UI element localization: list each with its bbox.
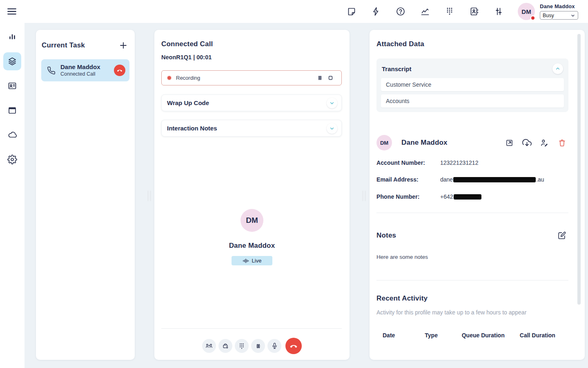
task-card[interactable]: Dane Maddox Connected Call [41, 59, 129, 81]
notes-title: Notes [376, 231, 396, 240]
busy-status-dot [530, 16, 535, 20]
user-avatar[interactable]: DM [518, 3, 535, 20]
transcript-section: Transcript Customer Service Accounts [376, 58, 568, 112]
recent-activity-subtitle: Activity for this profile may take up to… [376, 309, 526, 316]
interaction-notes-accordion[interactable]: Interaction Notes [161, 120, 342, 137]
recording-bar: Recording [161, 70, 342, 85]
notes-header: Notes [376, 229, 568, 242]
transcript-title: Transcript [382, 65, 412, 72]
hamburger-menu-icon[interactable] [7, 6, 18, 17]
field-value: dane .au [440, 176, 544, 183]
sidebar-item-apps[interactable] [3, 101, 21, 119]
stop-recording-button[interactable] [325, 73, 336, 83]
edit-contact-button[interactable] [538, 136, 551, 149]
end-task-call-button[interactable] [114, 65, 125, 76]
cloud-icon [7, 130, 17, 140]
chevron-down-icon [327, 123, 337, 134]
avatar-initials: DM [380, 140, 388, 146]
contact-avatar: DM [376, 135, 392, 150]
redaction-bar [453, 177, 536, 182]
bot-button[interactable] [218, 339, 232, 353]
call-controls [154, 338, 350, 354]
help-icon[interactable] [392, 3, 409, 20]
bar-chart-icon [7, 32, 17, 42]
call-contact-name: Dane Maddox [229, 242, 275, 250]
wrap-up-code-label: Wrap Up Code [167, 99, 209, 106]
task-card-text: Dane Maddox Connected Call [60, 63, 114, 77]
chevron-down-icon [570, 13, 575, 18]
bot-icon [221, 342, 229, 350]
phone-prefix: +642 [440, 193, 453, 200]
activity-table-header: Date Type Queue Duration Call Duration [376, 330, 568, 340]
dialpad-button[interactable] [235, 339, 249, 353]
column-header-queue-duration: Queue Duration [462, 330, 520, 340]
chart-icon[interactable] [417, 3, 433, 20]
end-call-icon [289, 341, 298, 350]
call-panel-title: Connected Call [161, 40, 213, 48]
sidebar-item-tasks[interactable] [3, 52, 21, 70]
contact-name: Dane Maddox [401, 139, 503, 147]
window-icon [7, 105, 17, 115]
contacts-icon[interactable] [466, 3, 482, 20]
wrap-up-code-accordion[interactable]: Wrap Up Code [161, 94, 342, 111]
lightning-icon[interactable] [368, 3, 384, 20]
notes-content: Here are some notes [376, 254, 428, 260]
plus-icon [119, 41, 128, 50]
column-header-call-duration: Call Duration [520, 330, 568, 340]
attached-data-title: Attached Data [376, 40, 424, 48]
sidebar-item-cloud[interactable] [3, 126, 21, 144]
hold-button[interactable] [251, 339, 265, 353]
edit-icon [557, 231, 566, 240]
account-number-row: Account Number: 123221231212 [376, 159, 568, 166]
recent-activity-title: Recent Activity [376, 294, 428, 303]
sidebar-item-settings[interactable] [3, 150, 21, 168]
email-address-row: Email Address: dane .au [376, 176, 568, 183]
open-profile-button[interactable] [503, 136, 516, 149]
open-in-new-icon [505, 139, 514, 147]
add-task-button[interactable] [118, 40, 129, 51]
task-type-label: Connected Call [60, 71, 114, 77]
connected-call-panel: Connected Call NeonR1Q1 | 00:01 Recordin… [154, 30, 350, 360]
edit-notes-button[interactable] [555, 229, 568, 242]
layers-icon [7, 56, 17, 66]
note-icon[interactable] [343, 3, 360, 20]
contact-actions [503, 136, 568, 149]
email-prefix: dane [440, 176, 453, 183]
sliders-icon[interactable] [490, 3, 507, 20]
current-task-title: Current Task [42, 41, 85, 49]
scrollbar-thumb[interactable] [577, 34, 581, 305]
dialpad-icon[interactable] [441, 3, 458, 20]
interaction-notes-label: Interaction Notes [167, 125, 217, 132]
panel-resize-handle-right[interactable] [362, 191, 367, 201]
redaction-bar [454, 194, 481, 200]
delete-contact-button[interactable] [555, 136, 568, 149]
panel-resize-handle-left[interactable] [147, 191, 152, 201]
sidebar-item-contacts[interactable] [3, 77, 21, 95]
call-contact-avatar: DM [241, 209, 263, 232]
gear-icon [7, 155, 17, 164]
recording-dot [167, 76, 171, 80]
task-contact-name: Dane Maddox [60, 63, 114, 71]
top-bar: DM Dane Maddox Busy [0, 0, 588, 23]
end-call-icon [116, 67, 123, 74]
column-header-type: Type [425, 330, 461, 340]
call-queue-and-timer: NeonR1Q1 | 00:01 [161, 54, 212, 61]
cloud-download-icon [522, 138, 532, 148]
field-value: 123221231212 [440, 159, 478, 166]
end-call-button[interactable] [285, 338, 302, 354]
collapse-transcript-button[interactable] [552, 63, 563, 74]
transcript-item: Customer Service [381, 78, 564, 91]
divider [376, 280, 568, 280]
user-block: Dane Maddox Busy [540, 3, 581, 20]
pause-icon [254, 342, 262, 350]
status-select[interactable]: Busy [540, 11, 578, 20]
transfer-button[interactable] [202, 339, 216, 353]
pause-recording-button[interactable] [314, 73, 325, 83]
live-badge: Live [232, 256, 272, 265]
download-profile-button[interactable] [520, 136, 533, 149]
sidebar-item-metrics[interactable] [3, 28, 21, 46]
live-label: Live [252, 258, 262, 264]
topbar-icon-group [343, 3, 507, 20]
field-label: Email Address: [376, 176, 440, 183]
mute-button[interactable] [267, 339, 281, 353]
